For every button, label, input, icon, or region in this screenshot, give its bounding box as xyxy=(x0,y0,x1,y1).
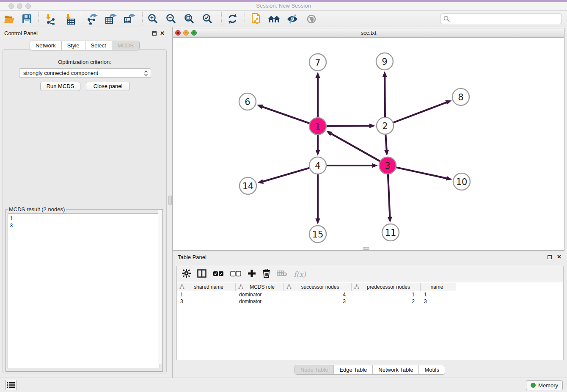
cell-predecessor-nodes[interactable]: 1 xyxy=(352,291,421,298)
table-panel-close-icon[interactable]: ✕ xyxy=(557,254,561,260)
table-settings-gear-icon[interactable] xyxy=(182,269,191,279)
cell-name[interactable]: 1 xyxy=(421,291,456,298)
cell-name[interactable]: 3 xyxy=(421,298,456,305)
memory-button[interactable]: Memory xyxy=(526,380,563,390)
table-tabs: Node TableEdge TableNetwork TableMotifs xyxy=(173,365,567,375)
tab-select[interactable]: Select xyxy=(85,41,112,50)
graph-node-10[interactable]: 10 xyxy=(453,173,470,190)
table-row[interactable]: 1dominator411 xyxy=(177,291,456,298)
graph-edge-arrow-2-9 xyxy=(383,71,387,77)
svg-text:10: 10 xyxy=(456,177,468,187)
network-window-titlebar[interactable]: scc.txt ✕ − + xyxy=(173,28,564,38)
search-input[interactable] xyxy=(451,16,561,22)
mcds-result-text[interactable]: 1 3 xyxy=(8,213,160,368)
control-panel-float-icon[interactable] xyxy=(152,31,157,36)
graph-edge-arrow-3-10 xyxy=(446,176,452,181)
zoom-fit-icon[interactable] xyxy=(182,12,197,26)
search-field[interactable] xyxy=(440,13,562,24)
table-panel-float-icon[interactable] xyxy=(548,255,552,259)
save-session-icon[interactable] xyxy=(19,12,34,26)
column-tree-icon xyxy=(354,284,359,289)
column-header-name[interactable]: name xyxy=(421,283,456,291)
zoom-in-icon[interactable] xyxy=(146,12,160,26)
export-table-icon[interactable] xyxy=(104,12,118,26)
panel-divider-grip[interactable] xyxy=(168,196,172,205)
control-panel-tabs: NetworkStyleSelectMCDS xyxy=(0,41,169,50)
network-canvas[interactable]: 7968124314101511 xyxy=(173,38,564,251)
graph-node-11[interactable]: 11 xyxy=(382,224,399,241)
window-title: Session: New Session xyxy=(0,2,567,10)
graph-edge-3-10[interactable] xyxy=(396,167,446,178)
run-mcds-button[interactable]: Run MCDS xyxy=(40,82,80,91)
import-table-icon[interactable] xyxy=(63,12,77,26)
graph-node-3[interactable]: 3 xyxy=(379,157,396,174)
cell-MCDS-role[interactable]: dominator xyxy=(236,291,284,298)
graph-edge-1-6[interactable] xyxy=(262,107,310,123)
column-header-predecessor-nodes[interactable]: predecessor nodes xyxy=(352,283,421,291)
tab-node-table[interactable]: Node Table xyxy=(295,365,334,374)
column-header-shared-name[interactable]: shared name xyxy=(177,283,236,291)
graph-node-4[interactable]: 4 xyxy=(309,157,326,174)
tab-network[interactable]: Network xyxy=(30,41,61,50)
select-all-columns-icon[interactable] xyxy=(213,271,224,278)
cell-successor-nodes[interactable]: 3 xyxy=(284,298,352,305)
column-header-successor-nodes[interactable]: successor nodes xyxy=(284,283,352,291)
show-column-panel-icon[interactable] xyxy=(197,269,206,279)
network-bottom-grip[interactable] xyxy=(363,247,369,250)
graph-node-1[interactable]: 1 xyxy=(309,118,326,135)
result-scrollbar[interactable] xyxy=(158,210,162,364)
graph-node-2[interactable]: 2 xyxy=(377,117,394,134)
svg-text:6: 6 xyxy=(245,97,250,107)
import-network-icon[interactable] xyxy=(43,12,57,26)
graph-edge-1-2[interactable] xyxy=(326,126,369,126)
graph-edge-2-9[interactable] xyxy=(385,77,385,117)
zoom-selected-icon[interactable] xyxy=(201,12,215,26)
open-session-icon[interactable] xyxy=(2,12,17,26)
graph-node-7[interactable]: 7 xyxy=(309,54,326,71)
tab-motifs[interactable]: Motifs xyxy=(418,365,445,374)
delete-table-icon xyxy=(277,270,287,279)
cell-MCDS-role[interactable]: dominator xyxy=(236,298,284,305)
graph-edge-arrow-2-8 xyxy=(445,100,451,105)
cell-shared-name[interactable]: 3 xyxy=(177,298,236,305)
graph-node-14[interactable]: 14 xyxy=(239,177,256,194)
refresh-icon[interactable] xyxy=(225,12,239,26)
cell-shared-name[interactable]: 1 xyxy=(177,291,236,298)
graph-edge-3-1[interactable] xyxy=(331,134,380,161)
network-minimize-icon[interactable]: − xyxy=(183,30,189,36)
delete-column-trash-icon[interactable] xyxy=(262,269,270,279)
table-row[interactable]: 3dominator323 xyxy=(177,298,456,305)
export-image-icon[interactable] xyxy=(122,12,137,26)
export-network-icon[interactable] xyxy=(85,12,99,26)
deselect-all-columns-icon[interactable] xyxy=(230,271,241,278)
network-maximize-icon[interactable]: + xyxy=(191,30,197,36)
graph-node-6[interactable]: 6 xyxy=(239,93,256,110)
hide-graphics-details-icon[interactable] xyxy=(285,12,300,26)
table-panel: Table Panel ✕ f(x) xyxy=(173,252,567,378)
graph-edge-2-8[interactable] xyxy=(393,102,446,123)
tab-network-table[interactable]: Network Table xyxy=(372,365,418,374)
clone-network-icon[interactable] xyxy=(249,12,263,26)
cell-predecessor-nodes[interactable]: 2 xyxy=(352,298,421,305)
graph-node-15[interactable]: 15 xyxy=(309,226,326,243)
show-view-icon[interactable] xyxy=(304,12,319,26)
graph-node-8[interactable]: 8 xyxy=(452,88,469,105)
graph-edge-2-3[interactable] xyxy=(385,134,386,150)
create-column-icon[interactable] xyxy=(248,269,256,279)
cell-successor-nodes[interactable]: 4 xyxy=(284,291,352,298)
tab-mcds[interactable]: MCDS xyxy=(112,41,139,50)
graph-edge-4-14[interactable] xyxy=(263,168,310,182)
graph-node-9[interactable]: 9 xyxy=(376,53,393,70)
column-header-MCDS-role[interactable]: MCDS role xyxy=(236,283,284,291)
tab-edge-table[interactable]: Edge Table xyxy=(333,365,372,374)
control-panel-close-icon[interactable]: ✕ xyxy=(160,30,165,36)
criterion-dropdown[interactable]: strongly connected component xyxy=(19,68,151,78)
tab-style[interactable]: Style xyxy=(61,41,85,50)
first-neighbors-icon[interactable] xyxy=(267,12,281,26)
network-close-icon[interactable]: ✕ xyxy=(175,30,181,36)
graph-edge-arrow-4-14 xyxy=(257,179,264,184)
show-task-history-button[interactable] xyxy=(5,380,17,390)
close-panel-button[interactable]: Close panel xyxy=(86,82,130,91)
graph-edge-3-11[interactable] xyxy=(388,174,390,217)
zoom-out-icon[interactable] xyxy=(164,12,179,26)
